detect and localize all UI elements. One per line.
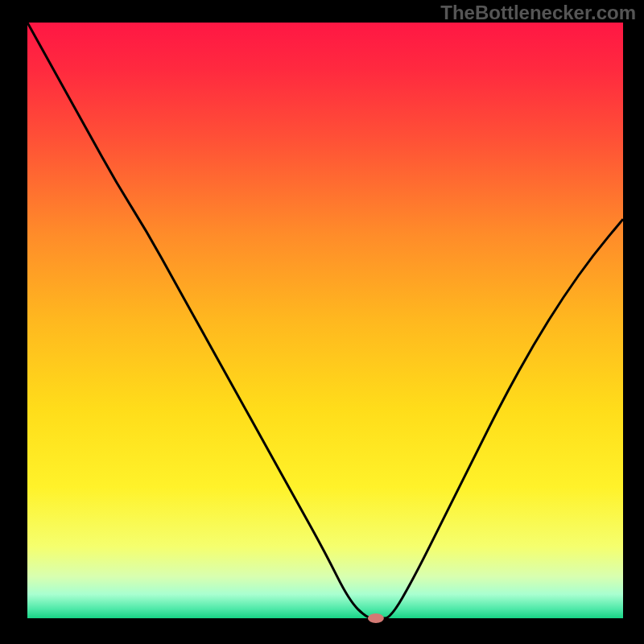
- attribution-text: TheBottlenecker.com: [440, 2, 636, 24]
- chart-plot-area: [27, 23, 623, 618]
- chart-container: TheBottlenecker.com: [0, 0, 644, 644]
- optimal-marker: [368, 613, 384, 623]
- bottleneck-chart: [0, 0, 644, 644]
